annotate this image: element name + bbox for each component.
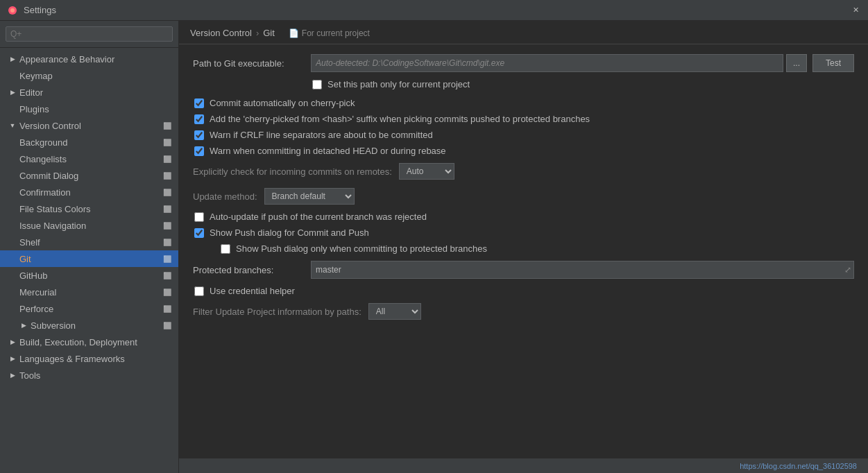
project-icon: 📄 bbox=[289, 28, 299, 38]
expand-icon: ▶ bbox=[8, 371, 17, 379]
sidebar-item-commit-dialog[interactable]: Commit Dialog ⬜ bbox=[0, 167, 178, 184]
filter-label: Filter Update Project information by pat… bbox=[193, 307, 361, 317]
auto-update-checkbox[interactable] bbox=[194, 212, 204, 222]
expand-icon: ▶ bbox=[8, 55, 17, 63]
expand-branches-icon: ⤢ bbox=[844, 265, 851, 275]
expand-icon: ▶ bbox=[8, 354, 17, 363]
add-suffix-checkbox[interactable] bbox=[194, 114, 204, 124]
set-path-row: Set this path only for current project bbox=[193, 79, 854, 89]
sidebar-item-label: Issue Navigation bbox=[19, 221, 162, 231]
filter-select[interactable]: All None Custom bbox=[368, 303, 421, 320]
page-icon: ⬜ bbox=[162, 303, 173, 314]
sidebar-item-label: Perforce bbox=[19, 304, 162, 314]
auto-update-row: Auto-update if push of the current branc… bbox=[193, 212, 854, 222]
show-push-protected-checkbox[interactable] bbox=[221, 244, 230, 254]
page-icon: ⬜ bbox=[162, 237, 173, 248]
page-icon: ⬜ bbox=[162, 270, 173, 281]
warn-detached-row: Warn when committing in detached HEAD or… bbox=[193, 146, 854, 156]
expand-icon: ▶ bbox=[19, 321, 28, 329]
commit-cherry-label: Commit automatically on cherry-pick bbox=[210, 98, 355, 108]
use-credential-row: Use credential helper bbox=[193, 286, 854, 296]
sidebar-item-version-control[interactable]: ▼ Version Control ⬜ bbox=[0, 117, 178, 134]
sidebar-item-label: Git bbox=[19, 254, 162, 264]
sidebar-item-label: Build, Execution, Deployment bbox=[19, 337, 173, 347]
breadcrumb-parent: Version Control bbox=[190, 28, 252, 38]
window-title: Settings bbox=[24, 5, 850, 15]
test-button[interactable]: Test bbox=[812, 54, 854, 72]
app-icon bbox=[7, 5, 18, 16]
page-icon: ⬜ bbox=[162, 120, 173, 131]
sidebar-item-background[interactable]: Background ⬜ bbox=[0, 134, 178, 150]
expand-icon: ▶ bbox=[8, 338, 17, 346]
sidebar-item-appearance[interactable]: ▶ Appearance & Behavior bbox=[0, 51, 178, 67]
sidebar-item-label: Changelists bbox=[19, 154, 162, 164]
sidebar-item-label: Background bbox=[19, 137, 162, 148]
set-path-checkbox[interactable] bbox=[312, 80, 322, 89]
sidebar-item-shelf[interactable]: Shelf ⬜ bbox=[0, 234, 178, 250]
add-suffix-row: Add the 'cherry-picked from <hash>' suff… bbox=[193, 114, 854, 124]
incoming-select[interactable]: Auto Always Never bbox=[399, 163, 454, 180]
breadcrumb: Version Control › Git bbox=[190, 28, 275, 38]
sidebar-item-changelists[interactable]: Changelists ⬜ bbox=[0, 150, 178, 167]
for-project-indicator: 📄 For current project bbox=[289, 28, 370, 38]
git-path-row: Path to Git executable: ... Test bbox=[193, 54, 854, 72]
use-credential-checkbox[interactable] bbox=[194, 286, 204, 296]
show-push-protected-label: Show Push dialog only when committing to… bbox=[236, 243, 487, 254]
git-path-input[interactable] bbox=[311, 54, 783, 72]
page-icon: ⬜ bbox=[162, 137, 173, 148]
status-url: https://blog.csdn.net/qq_36102598 bbox=[740, 462, 857, 470]
expand-icon: ▼ bbox=[8, 121, 17, 130]
sidebar-item-label: Subversion bbox=[31, 320, 162, 331]
sidebar-item-keymap[interactable]: Keymap bbox=[0, 67, 178, 84]
sidebar-item-perforce[interactable]: Perforce ⬜ bbox=[0, 300, 178, 317]
page-icon: ⬜ bbox=[162, 286, 173, 298]
update-method-select[interactable]: Branch default Merge Rebase bbox=[264, 188, 355, 205]
sidebar-item-subversion[interactable]: ▶ Subversion ⬜ bbox=[0, 317, 178, 334]
warn-detached-checkbox[interactable] bbox=[194, 146, 204, 156]
sidebar-item-plugins[interactable]: Plugins bbox=[0, 101, 178, 117]
page-icon: ⬜ bbox=[162, 253, 173, 264]
protected-branches-label: Protected branches: bbox=[193, 265, 311, 275]
git-path-label: Path to Git executable: bbox=[193, 58, 311, 69]
warn-crlf-checkbox[interactable] bbox=[194, 130, 204, 140]
update-method-row: Update method: Branch default Merge Reba… bbox=[193, 188, 854, 205]
sidebar-item-build-execution[interactable]: ▶ Build, Execution, Deployment bbox=[0, 334, 178, 350]
content-header: Version Control › Git 📄 For current proj… bbox=[179, 21, 868, 44]
sidebar-item-label: Editor bbox=[19, 87, 173, 98]
commit-cherry-checkbox[interactable] bbox=[194, 98, 204, 108]
filter-row: Filter Update Project information by pat… bbox=[193, 303, 854, 320]
sidebar-item-confirmation[interactable]: Confirmation ⬜ bbox=[0, 184, 178, 200]
search-input[interactable] bbox=[6, 26, 173, 42]
sidebar-item-label: Keymap bbox=[19, 71, 173, 81]
sidebar-item-label: Tools bbox=[19, 370, 173, 381]
status-bar: https://blog.csdn.net/qq_36102598 bbox=[179, 458, 868, 473]
sidebar-item-editor[interactable]: ▶ Editor bbox=[0, 84, 178, 101]
page-icon: ⬜ bbox=[162, 203, 173, 214]
sidebar-item-mercurial[interactable]: Mercurial ⬜ bbox=[0, 284, 178, 300]
use-credential-label: Use credential helper bbox=[210, 286, 295, 296]
breadcrumb-current: Git bbox=[263, 28, 275, 38]
show-push-checkbox[interactable] bbox=[194, 228, 204, 238]
sidebar-item-label: File Status Colors bbox=[19, 204, 162, 214]
search-box bbox=[0, 21, 178, 48]
sidebar-item-file-status-colors[interactable]: File Status Colors ⬜ bbox=[0, 200, 178, 217]
nav-tree: ▶ Appearance & Behavior Keymap ▶ Editor … bbox=[0, 48, 178, 473]
sidebar-item-label: Mercurial bbox=[19, 287, 162, 298]
svg-point-1 bbox=[10, 8, 15, 12]
sidebar-item-label: Plugins bbox=[19, 104, 173, 114]
sidebar-item-git[interactable]: Git ⬜ bbox=[0, 250, 178, 267]
sidebar-item-label: Languages & Frameworks bbox=[19, 354, 173, 364]
protected-branches-input[interactable] bbox=[311, 261, 854, 279]
sidebar-item-tools[interactable]: ▶ Tools bbox=[0, 367, 178, 384]
for-project-label: For current project bbox=[302, 28, 370, 38]
page-icon: ⬜ bbox=[162, 220, 173, 231]
browse-button[interactable]: ... bbox=[786, 54, 807, 72]
close-button[interactable]: ✕ bbox=[850, 5, 861, 16]
sidebar-item-languages[interactable]: ▶ Languages & Frameworks bbox=[0, 350, 178, 367]
sidebar-item-github[interactable]: GitHub ⬜ bbox=[0, 267, 178, 284]
sidebar-item-issue-navigation[interactable]: Issue Navigation ⬜ bbox=[0, 217, 178, 234]
content-body: Path to Git executable: ... Test Set thi… bbox=[179, 44, 868, 458]
update-method-label: Update method: bbox=[193, 191, 257, 202]
warn-crlf-label: Warn if CRLF line separators are about t… bbox=[210, 130, 433, 140]
show-push-protected-row: Show Push dialog only when committing to… bbox=[193, 243, 854, 254]
